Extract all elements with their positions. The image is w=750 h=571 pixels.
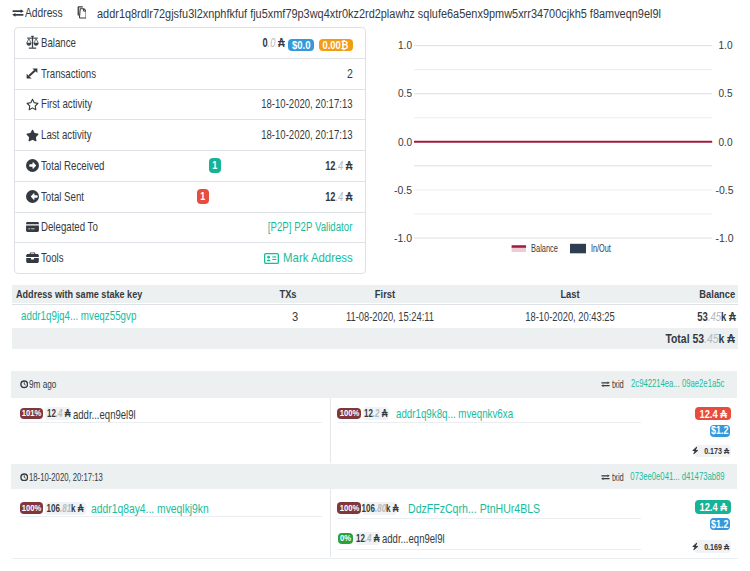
svg-text:In/Out: In/Out: [591, 242, 611, 254]
svg-text:0.5: 0.5: [398, 87, 412, 99]
svg-text:-1.0: -1.0: [394, 232, 412, 244]
svg-text:0.0: 0.0: [398, 136, 412, 148]
svg-text:1.0: 1.0: [719, 39, 733, 51]
svg-text:Balance: Balance: [531, 242, 558, 254]
svg-text:-1.0: -1.0: [716, 232, 734, 244]
svg-text:-0.5: -0.5: [716, 184, 734, 196]
svg-text:0.5: 0.5: [719, 87, 733, 99]
svg-text:-0.5: -0.5: [394, 184, 412, 196]
svg-text:0.0: 0.0: [719, 136, 733, 148]
svg-text:1.0: 1.0: [398, 39, 412, 51]
